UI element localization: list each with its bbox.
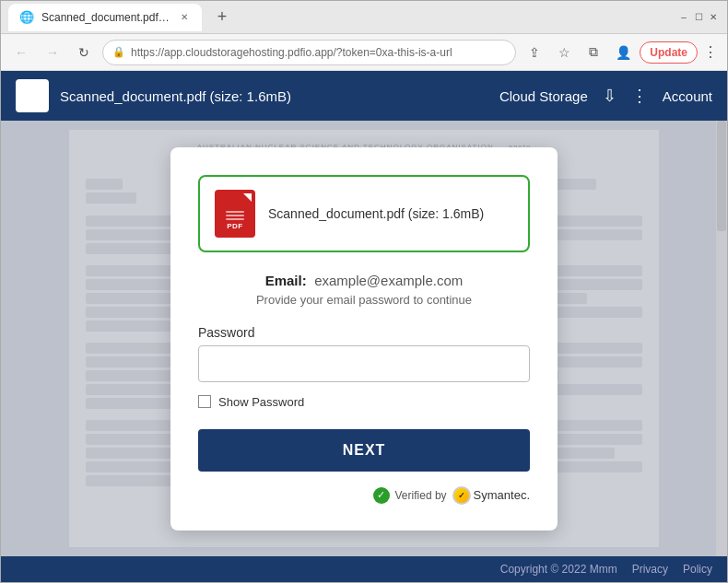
verified-badge-icon: ✓ [373, 487, 390, 504]
more-options-button[interactable]: ⋮ [631, 86, 648, 106]
back-button[interactable]: ← [8, 40, 34, 65]
show-password-label[interactable]: Show Password [218, 395, 304, 409]
new-tab-button[interactable]: + [209, 5, 235, 30]
symantec-logo: ✓ Symantec. [452, 486, 530, 505]
privacy-link[interactable]: Privacy [632, 563, 668, 576]
download-icon[interactable]: ⇩ [603, 86, 616, 106]
email-label: Email: [265, 273, 307, 288]
show-password-checkbox[interactable] [198, 395, 211, 408]
symantec-name: Symantec. [474, 488, 530, 502]
window-controls: – ☐ ✕ [677, 11, 720, 24]
file-card-name: Scanned_document.pdf (size: 1.6mB) [268, 206, 484, 221]
address-text: https://app.cloudstoragehosting.pdfio.ap… [131, 46, 452, 59]
app-title: Scanned_document.pdf (size: 1.6mB) [60, 88, 488, 104]
reload-button[interactable]: ↻ [71, 40, 97, 65]
file-card: PDF Scanned_document.pdf (size: 1.6mB) [198, 175, 530, 252]
email-value: example@example.com [314, 273, 463, 288]
modal-dialog: PDF Scanned_document.pdf (size: 1.6mB) E… [170, 147, 558, 531]
symantec-icon: ✓ [452, 486, 471, 505]
pdf-icon-lines [226, 211, 244, 220]
active-tab[interactable]: 🌐 Scanned_document.pdf (size: 1.6mB) ✕ [8, 4, 202, 31]
nav-bar: ← → ↻ 🔒 https://app.cloudstoragehosting.… [1, 34, 727, 71]
share-icon[interactable]: ⇪ [522, 40, 547, 65]
nav-actions: ⇪ ☆ ⧉ 👤 Update ⋮ [522, 40, 720, 65]
minimize-button[interactable]: – [677, 11, 690, 24]
bookmark-icon[interactable]: ☆ [551, 40, 577, 65]
password-label: Password [198, 325, 530, 340]
browser-window: 🌐 Scanned_document.pdf (size: 1.6mB) ✕ +… [0, 0, 728, 583]
title-bar: 🌐 Scanned_document.pdf (size: 1.6mB) ✕ +… [1, 1, 727, 34]
forward-button[interactable]: → [40, 40, 65, 65]
policy-link[interactable]: Policy [683, 563, 712, 576]
profile-icon[interactable]: 👤 [610, 40, 636, 65]
cloud-storage-button[interactable]: Cloud Storage [499, 88, 588, 104]
app-bar: Scanned_document.pdf (size: 1.6mB) Cloud… [1, 71, 727, 121]
password-input[interactable] [198, 345, 530, 382]
account-button[interactable]: Account [663, 88, 712, 104]
tab-globe-icon: 🌐 [19, 10, 34, 24]
address-bar[interactable]: 🔒 https://app.cloudstoragehosting.pdfio.… [102, 40, 516, 65]
tab-title: Scanned_document.pdf (size: 1.6mB) [41, 11, 170, 24]
show-password-row: Show Password [198, 395, 530, 409]
password-section: Password [198, 325, 530, 382]
lock-icon: 🔒 [112, 46, 125, 58]
content-area: AUSTRALIAN NUCLEAR SCIENCE AND TECHNOLOG… [1, 121, 727, 556]
update-label: Update [650, 46, 687, 59]
tab-close-button[interactable]: ✕ [178, 11, 191, 24]
maximize-button[interactable]: ☐ [692, 11, 705, 24]
modal-overlay: PDF Scanned_document.pdf (size: 1.6mB) E… [1, 121, 727, 556]
update-button[interactable]: Update [640, 41, 698, 64]
email-section: Email: example@example.com Provide your … [198, 273, 530, 307]
page-footer: Copyright © 2022 Mmm Privacy Policy [1, 556, 727, 582]
app-logo [16, 79, 49, 112]
app-bar-actions: Cloud Storage ⇩ ⋮ Account [499, 86, 712, 106]
verified-text: Verified by [395, 489, 447, 502]
pdf-text-label: PDF [227, 222, 243, 230]
pdf-icon: PDF [215, 190, 255, 238]
close-window-button[interactable]: ✕ [707, 11, 720, 24]
split-screen-icon[interactable]: ⧉ [581, 40, 606, 65]
modal-footer: ✓ Verified by ✓ Symantec. [198, 486, 530, 505]
email-hint: Provide your email password to continue [198, 293, 530, 307]
browser-menu-button[interactable]: ⋮ [701, 43, 720, 61]
next-button[interactable]: NEXT [198, 429, 530, 472]
copyright-text: Copyright © 2022 Mmm [500, 563, 617, 576]
